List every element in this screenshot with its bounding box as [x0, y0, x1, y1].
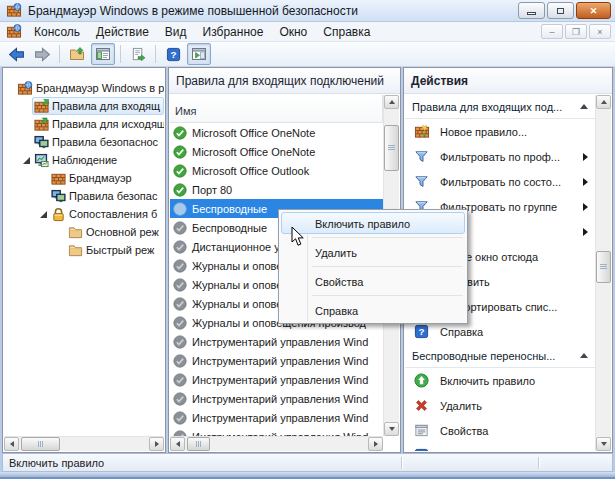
action-pane-toggle-button[interactable]	[187, 43, 211, 65]
expander-placeholder	[38, 173, 49, 184]
rule-row[interactable]: Инструментарий управления Wind	[170, 408, 383, 427]
context-menu-item[interactable]: Удалить	[281, 241, 465, 263]
action-item-label: Справка	[440, 450, 590, 452]
scroll-thumb[interactable]	[187, 437, 210, 451]
tree-item[interactable]: Правила для исходящ	[4, 115, 164, 133]
mdi-restore-button[interactable]: ❐	[565, 24, 587, 39]
new-rule-icon	[414, 124, 430, 139]
section-header-label: Беспроводные переносны...	[412, 350, 576, 362]
action-item-label: Включить правило	[440, 375, 590, 387]
tree-item[interactable]: Основной реж	[4, 223, 164, 241]
action-item[interactable]: Фильтровать по состо...	[405, 169, 595, 194]
tree-item-label: Быстрый реж	[86, 244, 154, 256]
tree-item[interactable]: Правила безопас	[4, 187, 164, 205]
action-item[interactable]: Новое правило...	[405, 119, 595, 144]
context-menu: Включить правилоУдалитьСвойстваСправка	[278, 209, 468, 324]
tree-item-label: Правила для исходящ	[52, 118, 164, 130]
scroll-right-button[interactable]	[368, 437, 383, 451]
submenu-arrow-icon	[583, 153, 588, 161]
submenu-arrow-icon	[583, 228, 588, 236]
security-monitor-icon	[34, 135, 49, 150]
rule-disabled-icon	[173, 259, 187, 273]
action-item[interactable]: Фильтровать по проф...	[405, 144, 595, 169]
rule-disabled-icon	[173, 240, 187, 254]
minimize-button[interactable]	[518, 2, 545, 19]
scroll-thumb[interactable]	[596, 251, 611, 283]
scroll-down-button[interactable]	[596, 437, 611, 451]
scroll-thumb[interactable]	[384, 125, 399, 171]
action-item[interactable]: ?Справка	[405, 443, 595, 451]
expander-placeholder	[21, 101, 32, 112]
tree-item[interactable]: Быстрый реж	[4, 241, 164, 259]
menu-справка[interactable]: Справка	[315, 24, 378, 40]
scroll-left-button[interactable]	[4, 437, 19, 451]
up-level-button[interactable]	[65, 43, 89, 65]
tree-item-label: Правила безопас	[69, 190, 157, 202]
rule-enabled-icon	[173, 145, 187, 159]
actions-vertical-scrollbar[interactable]	[595, 95, 611, 451]
list-horizontal-scrollbar[interactable]	[170, 436, 383, 451]
folder-icon	[68, 225, 83, 240]
console-tree-toggle-button[interactable]	[91, 43, 115, 65]
scroll-right-button[interactable]	[149, 437, 164, 451]
menu-вид[interactable]: Вид	[157, 24, 195, 40]
tree-item[interactable]: Сопоставления б	[4, 205, 164, 223]
rule-name: Инструментарий управления Wind	[192, 374, 368, 386]
scroll-down-button[interactable]	[384, 422, 399, 436]
submenu-arrow-icon	[583, 178, 588, 186]
rule-name: Microsoft Office OneNote	[192, 146, 315, 158]
rule-row[interactable]: Microsoft Office OneNote	[170, 142, 383, 161]
menu-консоль[interactable]: Консоль	[26, 24, 88, 40]
tree-item-label: Правила безопаснос	[52, 136, 158, 148]
close-button[interactable]: ✕	[576, 2, 611, 19]
rule-row[interactable]: Инструментарий управления Wind	[170, 351, 383, 370]
action-item[interactable]: Свойства	[405, 418, 595, 443]
rule-row[interactable]: Порт 80	[170, 180, 383, 199]
rule-disabled-icon	[173, 221, 187, 235]
column-header-name[interactable]: Имя	[170, 95, 383, 123]
action-item[interactable]: Удалить	[405, 393, 595, 418]
menu-separator	[312, 295, 463, 296]
scroll-up-button[interactable]	[384, 95, 399, 109]
firewall-globe-icon	[6, 3, 23, 19]
menu-избранное[interactable]: Избранное	[195, 24, 272, 40]
rule-row[interactable]: Инструментарий управления Wind	[170, 332, 383, 351]
context-menu-item[interactable]: Включить правило	[281, 212, 465, 234]
expander-icon[interactable]	[21, 155, 32, 166]
menu-окно[interactable]: Окно	[271, 24, 315, 40]
help-button[interactable]: ?	[161, 43, 185, 65]
tree-item[interactable]: Правила для входящ	[4, 97, 164, 115]
rule-name: Беспроводные	[192, 203, 267, 215]
mdi-close-button[interactable]: ×	[589, 24, 611, 39]
maximize-button[interactable]	[547, 2, 574, 19]
tree-item[interactable]: Брандмауэр	[4, 169, 164, 187]
rule-name: Инструментарий управления Wind	[192, 336, 368, 348]
properties-icon	[414, 423, 430, 438]
window-title: Брандмауэр Windows в режиме повышенной б…	[28, 4, 518, 18]
scroll-thumb[interactable]	[21, 437, 60, 451]
tree-horizontal-scrollbar[interactable]	[4, 436, 164, 451]
status-bar: Включить правило	[2, 453, 613, 472]
tree-item[interactable]: Наблюдение	[4, 151, 164, 169]
context-menu-item[interactable]: Справка	[281, 299, 465, 321]
actions-section-header[interactable]: Правила для входящих под...	[405, 95, 595, 119]
action-item[interactable]: Включить правило	[405, 368, 595, 393]
status-separator	[538, 457, 539, 469]
actions-section-header[interactable]: Беспроводные переносны...	[405, 344, 595, 368]
back-button[interactable]	[4, 43, 28, 65]
mdi-minimize-button[interactable]: –	[541, 24, 563, 39]
menu-действие[interactable]: Действие	[88, 24, 157, 40]
expander-icon[interactable]	[38, 209, 49, 220]
rule-row[interactable]: Инструментарий управления Wind	[170, 389, 383, 408]
rule-row[interactable]: Инструментарий управления Wind	[170, 370, 383, 389]
rule-row[interactable]: Microsoft Office OneNote	[170, 123, 383, 142]
tree-item[interactable]: Правила безопаснос	[4, 133, 164, 151]
scroll-left-button[interactable]	[170, 437, 185, 451]
context-menu-item[interactable]: Свойства	[281, 270, 465, 292]
export-list-button[interactable]	[126, 43, 150, 65]
scroll-up-button[interactable]	[596, 95, 611, 109]
tree-item[interactable]: Брандмауэр Windows в р	[4, 79, 164, 97]
rule-row[interactable]: Microsoft Office Outlook	[170, 161, 383, 180]
forward-button[interactable]	[30, 43, 54, 65]
rule-row[interactable]: Инструментарий управления Wind	[170, 427, 383, 436]
